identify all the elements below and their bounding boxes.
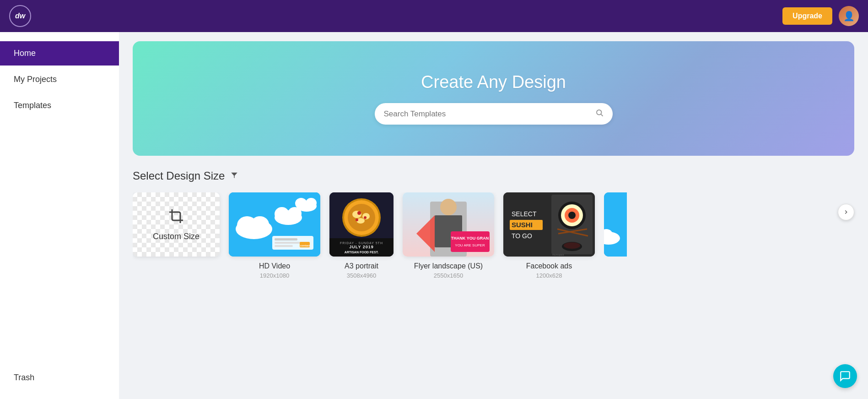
hero-title: Create Any Design xyxy=(421,72,566,92)
svg-point-27 xyxy=(356,219,358,221)
sidebar-item-home[interactable]: Home xyxy=(0,41,119,66)
svg-text:contact: contact xyxy=(300,244,310,247)
facebook-preview: SELECT SUSHI TO GO xyxy=(503,192,595,257)
size-card-custom[interactable]: Custom Size xyxy=(133,192,220,257)
hero-banner: Create Any Design xyxy=(133,41,854,156)
svg-text:TO GO: TO GO xyxy=(512,232,532,240)
topnav-right: Upgrade 👤 xyxy=(782,6,859,26)
size-card-a3[interactable]: FRIDAY - SUNDAY 5TH JULY 2019 ARTISAN FO… xyxy=(329,192,394,279)
svg-point-5 xyxy=(251,216,269,233)
custom-size-label: Custom Size xyxy=(153,232,199,241)
svg-line-1 xyxy=(601,114,603,116)
sidebar: Home My Projects Templates Trash xyxy=(0,32,119,399)
svg-text:THANK YOU GRAN: THANK YOU GRAN xyxy=(451,236,489,240)
svg-text:FRIDAY - SUNDAY 5TH: FRIDAY - SUNDAY 5TH xyxy=(340,241,383,245)
svg-point-21 xyxy=(348,204,375,231)
sidebar-item-trash[interactable]: Trash xyxy=(0,366,119,390)
flyer-preview: THANK YOU GRAN YOU ARE SUPER xyxy=(403,192,494,257)
size-card-flyer[interactable]: THANK YOU GRAN YOU ARE SUPER Flyer lands… xyxy=(403,192,494,279)
svg-point-10 xyxy=(295,198,307,209)
svg-point-7 xyxy=(275,207,289,221)
carousel-next-button[interactable] xyxy=(838,204,854,220)
svg-point-35 xyxy=(440,199,457,215)
chat-button[interactable] xyxy=(833,364,857,388)
sidebar-item-my-projects[interactable]: My Projects xyxy=(0,67,119,92)
facebook-dims: 1200x628 xyxy=(536,272,562,279)
main-layout: Home My Projects Templates Trash Create … xyxy=(0,0,868,399)
filter-icon[interactable] xyxy=(230,171,238,181)
svg-rect-13 xyxy=(275,238,297,240)
design-sizes-list: Custom Size xyxy=(133,192,854,279)
svg-point-53 xyxy=(564,242,580,249)
flyer-dims: 2550x1650 xyxy=(434,272,463,279)
search-icon xyxy=(595,109,604,119)
size-card-hd-video[interactable]: contact HD Video 1920x1080 xyxy=(229,192,320,279)
svg-text:YOU ARE SUPER: YOU ARE SUPER xyxy=(455,243,485,247)
svg-point-11 xyxy=(306,198,317,208)
custom-size-preview: Custom Size xyxy=(133,192,220,257)
hd-video-label: HD Video xyxy=(259,262,290,270)
svg-rect-15 xyxy=(275,245,293,247)
svg-text:JULY 2019: JULY 2019 xyxy=(349,245,374,249)
a3-dims: 3508x4960 xyxy=(347,272,376,279)
svg-point-26 xyxy=(364,216,367,219)
upgrade-button[interactable]: Upgrade xyxy=(782,7,832,25)
facebook-label: Facebook ads xyxy=(526,262,572,270)
svg-point-25 xyxy=(357,211,361,215)
search-bar xyxy=(375,103,613,125)
svg-point-49 xyxy=(568,212,576,219)
svg-rect-37 xyxy=(451,231,490,252)
svg-text:SUSHI: SUSHI xyxy=(512,221,533,229)
main-content: Create Any Design Select Design Size xyxy=(119,32,868,399)
a3-label: A3 portrait xyxy=(345,262,378,270)
svg-text:#sumspace: #sumspace xyxy=(552,253,564,256)
hd-video-preview: contact xyxy=(229,192,320,257)
section-header: Select Design Size xyxy=(133,169,854,182)
user-avatar[interactable]: 👤 xyxy=(839,6,859,26)
design-sizes-container: Custom Size xyxy=(133,192,854,279)
section-title: Select Design Size xyxy=(133,169,225,182)
top-navigation: dw Upgrade 👤 xyxy=(0,0,868,32)
svg-text:SELECT: SELECT xyxy=(512,210,537,218)
crop-icon xyxy=(168,208,184,228)
flyer-label: Flyer landscape (US) xyxy=(414,262,483,270)
hd-video-dims: 1920x1080 xyxy=(260,272,289,279)
size-card-facebook[interactable]: SELECT SUSHI TO GO xyxy=(503,192,595,279)
sidebar-item-templates[interactable]: Templates xyxy=(0,93,119,118)
svg-rect-55 xyxy=(604,192,627,257)
svg-text:ARTISAN FOOD FEST.: ARTISAN FOOD FEST. xyxy=(345,251,378,254)
search-input[interactable] xyxy=(384,109,591,119)
size-card-partial xyxy=(604,192,627,257)
a3-preview: FRIDAY - SUNDAY 5TH JULY 2019 ARTISAN FO… xyxy=(329,192,394,257)
app-logo[interactable]: dw xyxy=(9,5,31,27)
svg-point-0 xyxy=(597,110,602,115)
